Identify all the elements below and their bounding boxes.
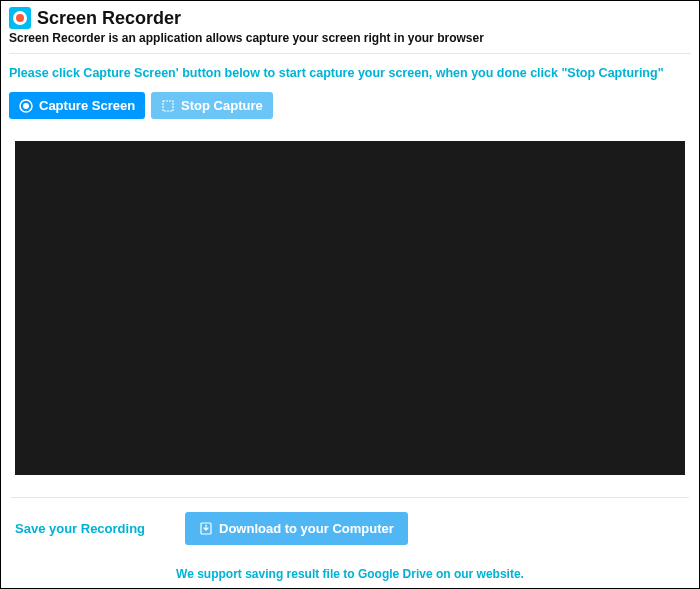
divider [11, 497, 689, 498]
svg-rect-2 [163, 101, 173, 111]
record-icon [19, 99, 33, 113]
stop-icon [161, 99, 175, 113]
download-icon [199, 522, 213, 536]
header: Screen Recorder [9, 7, 691, 29]
svg-point-1 [23, 103, 29, 109]
capture-screen-button[interactable]: Capture Screen [9, 92, 145, 119]
app-record-icon [9, 7, 31, 29]
page-subtitle: Screen Recorder is an application allows… [9, 31, 691, 54]
download-button[interactable]: Download to your Computer [185, 512, 408, 545]
instruction-text: Please click Capture Screen' button belo… [9, 66, 691, 80]
capture-button-row: Capture Screen Stop Capture [9, 92, 691, 119]
video-preview [15, 141, 685, 475]
page-title: Screen Recorder [37, 8, 181, 29]
save-row: Save your Recording Download to your Com… [9, 512, 691, 545]
download-label: Download to your Computer [219, 521, 394, 536]
stop-capture-label: Stop Capture [181, 98, 263, 113]
capture-screen-label: Capture Screen [39, 98, 135, 113]
footer-note: We support saving result file to Google … [9, 567, 691, 581]
stop-capture-button[interactable]: Stop Capture [151, 92, 273, 119]
save-recording-label: Save your Recording [15, 521, 185, 536]
